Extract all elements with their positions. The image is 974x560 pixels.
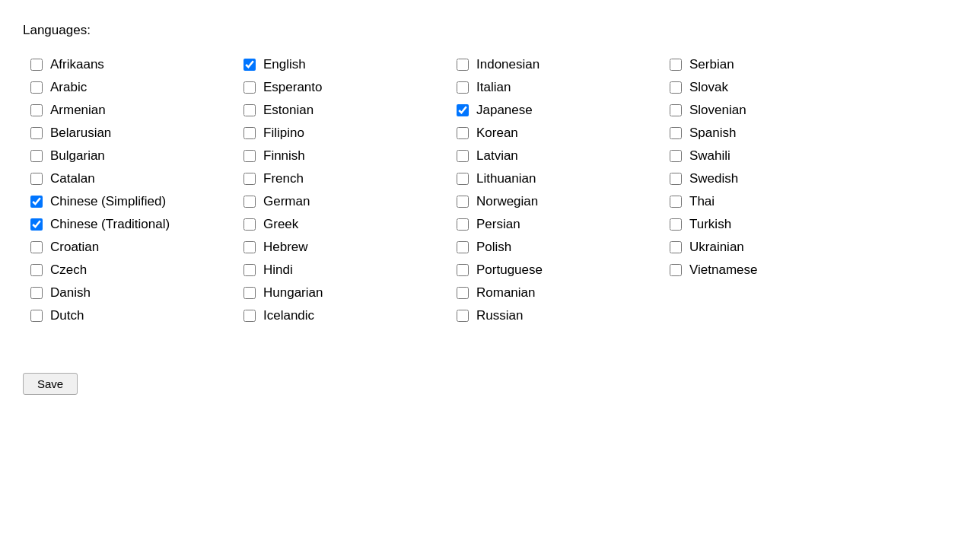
checkbox-esperanto[interactable] — [244, 81, 256, 94]
lang-item-vietnamese[interactable]: Vietnamese — [662, 259, 875, 282]
checkbox-armenian[interactable] — [30, 104, 43, 116]
lang-item-italian[interactable]: Italian — [449, 76, 662, 99]
checkbox-russian[interactable] — [457, 310, 469, 322]
checkbox-slovenian[interactable] — [670, 104, 682, 116]
checkbox-icelandic[interactable] — [244, 310, 256, 322]
lang-item-ukrainian[interactable]: Ukrainian — [662, 236, 875, 259]
checkbox-spanish[interactable] — [670, 127, 682, 139]
checkbox-persian[interactable] — [457, 218, 469, 231]
lang-item-thai[interactable]: Thai — [662, 190, 875, 213]
lang-item-slovenian[interactable]: Slovenian — [662, 99, 875, 122]
section-label: Languages: — [23, 23, 951, 38]
label-german: German — [263, 194, 310, 209]
lang-item-serbian[interactable]: Serbian — [662, 53, 875, 76]
checkbox-romanian[interactable] — [457, 287, 469, 299]
lang-item-arabic[interactable]: Arabic — [23, 76, 236, 99]
lang-item-croatian[interactable]: Croatian — [23, 236, 236, 259]
checkbox-thai[interactable] — [670, 196, 682, 208]
checkbox-swedish[interactable] — [670, 173, 682, 185]
label-finnish: Finnish — [263, 148, 305, 164]
lang-item-swahili[interactable]: Swahili — [662, 145, 875, 167]
checkbox-belarusian[interactable] — [30, 127, 43, 139]
checkbox-dutch[interactable] — [30, 310, 43, 322]
lang-item-lithuanian[interactable]: Lithuanian — [449, 167, 662, 190]
lang-item-armenian[interactable]: Armenian — [23, 99, 236, 122]
checkbox-portuguese[interactable] — [457, 264, 469, 276]
checkbox-latvian[interactable] — [457, 150, 469, 162]
lang-item-indonesian[interactable]: Indonesian — [449, 53, 662, 76]
checkbox-ukrainian[interactable] — [670, 241, 682, 253]
checkbox-afrikaans[interactable] — [30, 59, 43, 71]
checkbox-italian[interactable] — [457, 81, 469, 94]
checkbox-croatian[interactable] — [30, 241, 43, 253]
checkbox-estonian[interactable] — [244, 104, 256, 116]
lang-item-chinese_simplified[interactable]: Chinese (Simplified) — [23, 190, 236, 213]
lang-item-finnish[interactable]: Finnish — [236, 145, 449, 167]
lang-item-icelandic[interactable]: Icelandic — [236, 304, 449, 327]
lang-item-romanian[interactable]: Romanian — [449, 282, 662, 304]
lang-item-norwegian[interactable]: Norwegian — [449, 190, 662, 213]
lang-item-portuguese[interactable]: Portuguese — [449, 259, 662, 282]
checkbox-hebrew[interactable] — [244, 241, 256, 253]
lang-item-spanish[interactable]: Spanish — [662, 122, 875, 145]
checkbox-serbian[interactable] — [670, 59, 682, 71]
lang-item-swedish[interactable]: Swedish — [662, 167, 875, 190]
checkbox-hindi[interactable] — [244, 264, 256, 276]
checkbox-korean[interactable] — [457, 127, 469, 139]
lang-item-czech[interactable]: Czech — [23, 259, 236, 282]
checkbox-turkish[interactable] — [670, 218, 682, 231]
label-russian: Russian — [476, 308, 523, 323]
lang-item-esperanto[interactable]: Esperanto — [236, 76, 449, 99]
checkbox-slovak[interactable] — [670, 81, 682, 94]
checkbox-norwegian[interactable] — [457, 196, 469, 208]
lang-item-danish[interactable]: Danish — [23, 282, 236, 304]
lang-item-hebrew[interactable]: Hebrew — [236, 236, 449, 259]
checkbox-greek[interactable] — [244, 218, 256, 231]
lang-item-polish[interactable]: Polish — [449, 236, 662, 259]
lang-column-2: IndonesianItalianJapaneseKoreanLatvianLi… — [449, 53, 662, 327]
checkbox-filipino[interactable] — [244, 127, 256, 139]
lang-item-persian[interactable]: Persian — [449, 213, 662, 236]
lang-item-hungarian[interactable]: Hungarian — [236, 282, 449, 304]
lang-item-belarusian[interactable]: Belarusian — [23, 122, 236, 145]
checkbox-japanese[interactable] — [457, 104, 469, 116]
checkbox-english[interactable] — [244, 59, 256, 71]
checkbox-german[interactable] — [244, 196, 256, 208]
checkbox-swahili[interactable] — [670, 150, 682, 162]
lang-item-chinese_traditional[interactable]: Chinese (Traditional) — [23, 213, 236, 236]
lang-item-hindi[interactable]: Hindi — [236, 259, 449, 282]
lang-item-filipino[interactable]: Filipino — [236, 122, 449, 145]
checkbox-bulgarian[interactable] — [30, 150, 43, 162]
lang-item-afrikaans[interactable]: Afrikaans — [23, 53, 236, 76]
lang-item-latvian[interactable]: Latvian — [449, 145, 662, 167]
lang-item-turkish[interactable]: Turkish — [662, 213, 875, 236]
save-button[interactable]: Save — [23, 373, 78, 395]
lang-item-french[interactable]: French — [236, 167, 449, 190]
checkbox-polish[interactable] — [457, 241, 469, 253]
lang-item-greek[interactable]: Greek — [236, 213, 449, 236]
checkbox-hungarian[interactable] — [244, 287, 256, 299]
label-dutch: Dutch — [50, 308, 84, 323]
lang-item-bulgarian[interactable]: Bulgarian — [23, 145, 236, 167]
checkbox-chinese_simplified[interactable] — [30, 196, 43, 208]
checkbox-indonesian[interactable] — [457, 59, 469, 71]
lang-item-korean[interactable]: Korean — [449, 122, 662, 145]
lang-item-estonian[interactable]: Estonian — [236, 99, 449, 122]
checkbox-danish[interactable] — [30, 287, 43, 299]
checkbox-vietnamese[interactable] — [670, 264, 682, 276]
checkbox-catalan[interactable] — [30, 173, 43, 185]
lang-item-russian[interactable]: Russian — [449, 304, 662, 327]
checkbox-finnish[interactable] — [244, 150, 256, 162]
checkbox-chinese_traditional[interactable] — [30, 218, 43, 231]
lang-item-catalan[interactable]: Catalan — [23, 167, 236, 190]
lang-item-english[interactable]: English — [236, 53, 449, 76]
lang-item-dutch[interactable]: Dutch — [23, 304, 236, 327]
checkbox-french[interactable] — [244, 173, 256, 185]
lang-item-slovak[interactable]: Slovak — [662, 76, 875, 99]
lang-item-german[interactable]: German — [236, 190, 449, 213]
label-serbian: Serbian — [689, 57, 734, 72]
checkbox-lithuanian[interactable] — [457, 173, 469, 185]
checkbox-czech[interactable] — [30, 264, 43, 276]
checkbox-arabic[interactable] — [30, 81, 43, 94]
lang-item-japanese[interactable]: Japanese — [449, 99, 662, 122]
